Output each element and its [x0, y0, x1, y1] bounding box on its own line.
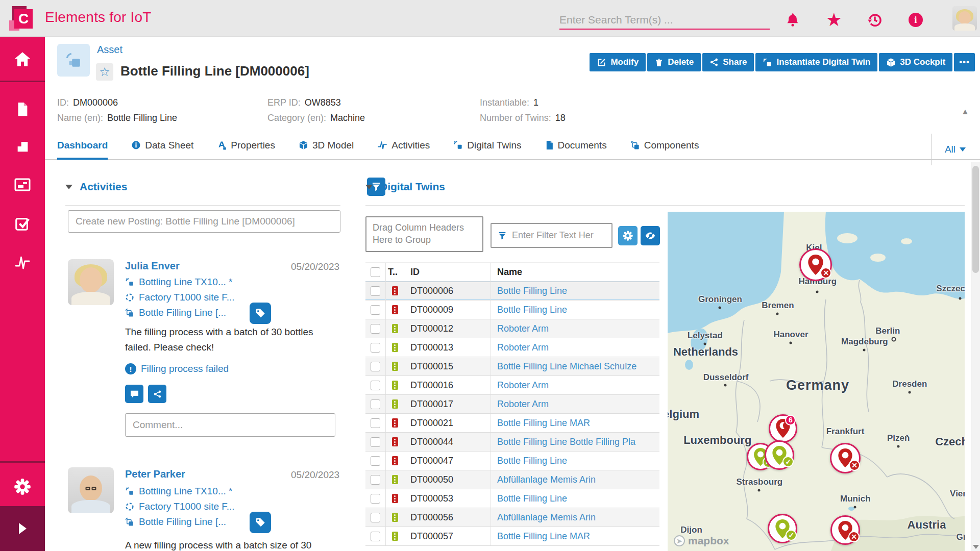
row-checkbox[interactable]	[371, 381, 380, 390]
row-checkbox[interactable]	[371, 437, 380, 447]
post-author-avatar[interactable]	[68, 259, 114, 305]
history-icon[interactable]	[866, 11, 884, 29]
table-row[interactable]: DT000047 Bottle Filling Line	[365, 452, 659, 470]
favorites-star-icon[interactable]: ★	[825, 11, 843, 29]
tab-dashboard[interactable]: Dashboard	[57, 131, 108, 160]
row-checkbox[interactable]	[371, 494, 380, 504]
table-row[interactable]: DT000016 Roboter Arm	[365, 376, 659, 395]
tab-3d-model[interactable]: 3D Model	[299, 131, 354, 160]
scrollbar-thumb[interactable]	[972, 166, 979, 273]
twin-name-link[interactable]: Bottle Filling Line	[491, 286, 659, 296]
table-row[interactable]: DT000009 Bottle Filling Line	[365, 300, 659, 319]
post-context-link[interactable]: Factory T1000 site F...	[125, 501, 235, 512]
sidebar-item-structure[interactable]	[0, 128, 45, 164]
table-row[interactable]: DT000053 Bottle Filling Line	[365, 489, 659, 508]
table-row[interactable]: DT000056 Abfüllanlage Memis Arin	[365, 508, 659, 527]
post-context-link[interactable]: Bottle Filling Line [...	[125, 516, 226, 528]
row-checkbox[interactable]	[371, 362, 380, 371]
map-marker-error[interactable]: ✕	[799, 248, 832, 281]
filter-text-input[interactable]	[512, 230, 594, 241]
tab-filter-all-dropdown[interactable]: All	[931, 134, 966, 165]
search-input[interactable]	[559, 11, 770, 29]
share-post-button[interactable]	[148, 385, 166, 403]
row-checkbox[interactable]	[371, 475, 380, 485]
favorite-star-toggle[interactable]: ☆	[96, 63, 113, 81]
twin-name-link[interactable]: Bottle Filling Line MAR	[491, 418, 659, 429]
twin-name-link[interactable]: Roboter Arm	[491, 380, 659, 391]
tab-documents[interactable]: Documents	[545, 131, 607, 160]
tab-digital-twins[interactable]: Digital Twins	[453, 131, 521, 160]
row-checkbox[interactable]	[371, 513, 380, 522]
twin-name-link[interactable]: Roboter Arm	[491, 399, 659, 410]
post-context-link[interactable]: Bottling Line TX10... *	[125, 277, 232, 288]
app-logo[interactable]: C	[8, 4, 37, 33]
twin-name-link[interactable]: Bottle Filling Line Bottle Filling Pla	[491, 437, 659, 447]
info-icon[interactable]: i	[907, 11, 924, 29]
map-marker-cluster[interactable]: 6	[769, 414, 797, 443]
tab-properties[interactable]: Properties	[217, 131, 275, 160]
sidebar-item-home[interactable]	[0, 41, 45, 78]
column-header-id[interactable]: ID	[404, 263, 491, 281]
twin-name-link[interactable]: Roboter Arm	[491, 342, 659, 353]
twin-name-link[interactable]: Abfüllanlage Memis Arin	[491, 474, 659, 485]
map-marker-error[interactable]: ✕	[830, 515, 860, 545]
more-actions-button[interactable]: •••	[954, 53, 975, 71]
tab-components[interactable]: Components	[630, 131, 699, 160]
table-row[interactable]: DT000017 Roboter Arm	[365, 395, 659, 414]
breadcrumb[interactable]: Asset	[97, 44, 122, 56]
table-row[interactable]: DT000006 Bottle Filling Line	[365, 282, 659, 300]
post-author-name[interactable]: Julia Enver	[125, 260, 180, 272]
table-row[interactable]: DT000021 Bottle Filling Line MAR	[365, 414, 659, 433]
delete-button[interactable]: Delete	[647, 53, 701, 71]
sidebar-item-settings[interactable]	[0, 468, 45, 505]
digital-twins-map[interactable]: Kiel Hamburg Szczecin Groningen Bremen L…	[668, 212, 965, 551]
post-context-link[interactable]: Bottle Filling Line [...	[125, 307, 226, 318]
instantiate-digital-twin-button[interactable]: Instantiate Digital Twin	[755, 53, 877, 71]
row-checkbox[interactable]	[371, 418, 380, 428]
table-row[interactable]: DT000050 Abfüllanlage Memis Arin	[365, 470, 659, 489]
post-tags-button[interactable]	[250, 303, 271, 324]
table-row[interactable]: DT000012 Roboter Arm	[365, 319, 659, 338]
collapse-header-arrow[interactable]: ▲	[961, 107, 969, 116]
twin-name-link[interactable]: Bottle Filling Line Michael Schulze	[491, 361, 659, 372]
comment-button[interactable]	[125, 385, 143, 403]
sidebar-item-activity[interactable]	[0, 244, 45, 281]
tab-data-sheet[interactable]: Data Sheet	[131, 131, 193, 160]
twin-name-link[interactable]: Bottle Filling Line	[491, 456, 659, 466]
post-context-link[interactable]: Bottling Line TX10... *	[125, 486, 232, 497]
mapbox-attribution[interactable]: ➤ mapbox	[674, 535, 729, 547]
map-marker-error[interactable]: ✕	[830, 443, 861, 473]
tab-activities[interactable]: Activities	[377, 131, 430, 160]
row-checkbox[interactable]	[371, 305, 380, 315]
column-header-name[interactable]: Name	[491, 267, 659, 278]
map-marker-ok[interactable]: ✓	[768, 514, 797, 543]
toggle-visibility-button[interactable]	[641, 226, 660, 245]
table-settings-button[interactable]	[618, 226, 638, 245]
table-row[interactable]: DT000015 Bottle Filling Line Michael Sch…	[365, 357, 659, 376]
modify-button[interactable]: Modify	[590, 53, 646, 71]
twin-name-link[interactable]: Bottle Filling Line	[491, 493, 659, 504]
post-event-link[interactable]: ! Filling process failed	[125, 363, 229, 374]
group-by-dropzone[interactable]: Drag Column Headers Here to Group	[365, 216, 483, 252]
create-posting-input[interactable]	[68, 210, 340, 233]
user-avatar[interactable]	[952, 6, 977, 31]
sidebar-expand-button[interactable]	[0, 506, 45, 551]
row-checkbox[interactable]	[371, 399, 380, 409]
collapse-twins-arrow[interactable]	[365, 185, 373, 189]
table-row[interactable]: DT000057 Bottle Filling Line MAR	[365, 527, 659, 546]
row-checkbox[interactable]	[371, 456, 380, 466]
share-button[interactable]: Share	[702, 53, 754, 71]
comment-input[interactable]	[125, 413, 335, 437]
column-header-status[interactable]: T..	[386, 263, 404, 281]
post-tags-button[interactable]	[250, 512, 271, 533]
vertical-scrollbar[interactable]	[971, 162, 980, 551]
select-all-checkbox[interactable]	[371, 267, 380, 277]
table-row[interactable]: DT000013 Roboter Arm	[365, 338, 659, 357]
post-author-name[interactable]: Peter Parker	[125, 468, 185, 480]
post-context-link[interactable]: Factory T1000 site F...	[125, 292, 235, 303]
twin-name-link[interactable]: Abfüllanlage Memis Arin	[491, 512, 659, 523]
3d-cockpit-button[interactable]: 3D Cockpit	[879, 53, 952, 71]
row-checkbox[interactable]	[371, 324, 380, 334]
sidebar-item-boards[interactable]	[0, 166, 45, 203]
map-marker-ok[interactable]: ✓	[765, 440, 794, 470]
